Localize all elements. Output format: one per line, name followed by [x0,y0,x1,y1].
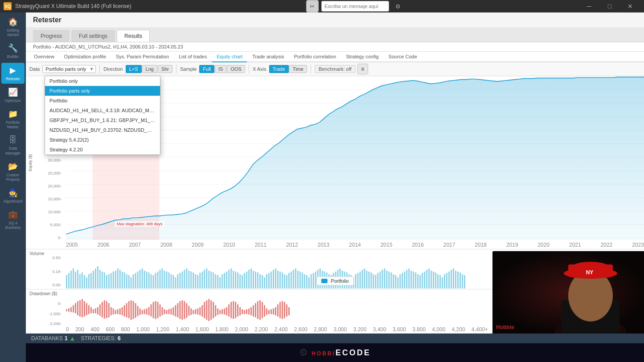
lng-button[interactable]: Lng [142,65,157,73]
svg-rect-111 [282,273,283,289]
svg-rect-208 [97,307,98,314]
svg-rect-221 [126,303,127,317]
dd-audcad[interactable]: AUDCAD_H1_H4_SELL_4.3.18: AUDCAD_M1_UTCP… [45,106,160,115]
settings-icon[interactable]: ⚙ [392,0,404,12]
tab-results[interactable]: Results [117,30,150,42]
is-button[interactable]: IS [215,65,226,73]
svg-rect-242 [172,307,174,315]
tab-progress[interactable]: Progress [33,30,70,42]
sub-tab-overview[interactable]: Overview [29,52,59,62]
svg-rect-100 [257,273,258,289]
svg-rect-33 [108,274,110,289]
svg-rect-119 [299,272,301,289]
svg-rect-290 [279,302,281,318]
svg-rect-59 [166,272,167,289]
svg-rect-275 [246,309,247,314]
svg-rect-78 [208,271,209,289]
direction-label: Direction [103,66,123,72]
dropdown-menu: Portfolio only Portfolio parts only Port… [45,76,160,155]
sidebar-item-portfolio-master[interactable]: 📁 Portfolio Master [1,106,25,132]
data-select[interactable]: Portfolio only Portfolio parts only [42,65,96,73]
home-icon: 🏠 [8,17,18,27]
brand-text: HOBBIECODE [312,348,371,358]
svg-rect-205 [90,307,92,313]
sidebar-item-builder[interactable]: 🔧 Builder [1,41,25,61]
svg-rect-20 [79,274,81,289]
dd-x-1000: 1,000 [136,326,150,333]
sub-tab-sys-param[interactable]: Sys. Param Permutation [111,52,173,62]
scissors-icon[interactable]: ✂ [306,0,319,12]
trade-button[interactable]: Trade [269,65,289,73]
sidebar-item-algowizard[interactable]: 🧙 AlgoWizard [1,185,25,206]
sub-tab-trade-analysis[interactable]: Trade analysis [248,52,288,62]
svg-rect-90 [235,272,236,289]
dd-portfolio[interactable]: Portfolio [45,96,160,106]
benchmark-button[interactable]: Benchmark: off [315,65,356,73]
svg-rect-118 [297,271,299,289]
sidebar-item-optimizer[interactable]: 📈 Optimizer [1,85,25,106]
sidebar-item-sq4-business[interactable]: 💼 SQ 4 Business [1,207,25,232]
svg-rect-283 [264,305,265,317]
dd-gbpjpy[interactable]: GBPJPY_H4_D1_BUY_1.6.21: GBPJPY_M1_UTCPl… [45,115,160,125]
svg-rect-168 [408,268,410,289]
svg-rect-37 [117,268,119,289]
oos-button[interactable]: OOS [227,65,245,73]
svg-rect-38 [119,270,121,289]
close-button[interactable]: ✕ [620,0,640,12]
dd-strategy2[interactable]: Strategy 4.2.20 [45,145,160,155]
full-button[interactable]: Full [199,65,214,73]
svg-rect-69 [188,271,189,289]
sidebar-item-retester[interactable]: ▶ Retester [1,63,25,84]
dd-portfolio-only[interactable]: Portfolio only [45,76,160,86]
dd-x-0: 0 [66,326,69,333]
search-input[interactable] [321,1,389,12]
separator-1 [99,65,100,73]
sub-tab-source-code[interactable]: Source Code [384,52,422,62]
x-2013: 2013 [318,242,330,248]
svg-rect-36 [115,271,116,289]
sidebar-item-custom-projects[interactable]: 📂 Custom Projects [1,159,25,184]
sub-tab-strategy-config[interactable]: Strategy config [341,52,383,62]
svg-rect-145 [357,273,358,289]
svg-rect-21 [82,273,83,289]
legend-label: Portfolio [331,278,349,284]
time-button[interactable]: Time [289,65,307,73]
svg-rect-277 [250,307,252,315]
svg-rect-207 [95,309,96,313]
statusbar: DATABANKS 1 ▲ STRATEGIES: 6 [26,334,644,343]
dd-portfolio-parts-only[interactable]: Portfolio parts only [45,86,160,96]
dd-strategy1[interactable]: Strategy 5.4.22(2) [45,135,160,145]
portfolio-master-icon: 📁 [8,109,18,119]
dd-nzdusd[interactable]: NZDUSD_H1_H4_BUY_0.23702: NZDUSD_M1_UTCP… [45,125,160,135]
algowizard-icon: 🧙 [8,188,18,198]
data-label: Data [29,66,40,72]
sub-tab-equity-chart[interactable]: Equity chart [212,52,247,62]
svg-rect-62 [172,275,174,289]
sample-label: Sample [180,66,197,72]
svg-rect-200 [79,300,81,317]
minimize-button[interactable]: ─ [579,0,599,12]
svg-rect-40 [124,273,125,289]
svg-rect-75 [201,272,203,289]
menu-icon[interactable]: ≡ [357,64,368,74]
svg-rect-225 [135,303,136,318]
shr-button[interactable]: Shr [158,65,172,73]
svg-rect-266 [226,307,227,315]
tab-full-settings[interactable]: Full settings [71,30,115,42]
status-strategies: STRATEGIES: 6 [81,335,120,342]
sidebar-label-builder: Builder [7,54,19,59]
sub-tab-optimization-profile[interactable]: Optimization profile [60,52,111,62]
sub-tab-list-of-trades[interactable]: List of trades [174,52,211,62]
svg-rect-35 [113,272,114,289]
restore-button[interactable]: □ [599,0,620,12]
ls-button[interactable]: L+S [126,65,142,73]
sidebar-item-getting-started[interactable]: 🏠 Getting started [1,14,25,40]
chart-legend: Portfolio [316,277,353,285]
svg-rect-194 [66,309,67,312]
svg-rect-263 [219,310,221,314]
svg-rect-159 [388,272,390,289]
svg-rect-182 [439,275,441,289]
svg-rect-281 [259,300,261,320]
sub-tab-portfolio-correlation[interactable]: Portfolio correlation [289,52,340,62]
sidebar-item-data-manager[interactable]: 🗄 Data Manager [1,133,25,158]
